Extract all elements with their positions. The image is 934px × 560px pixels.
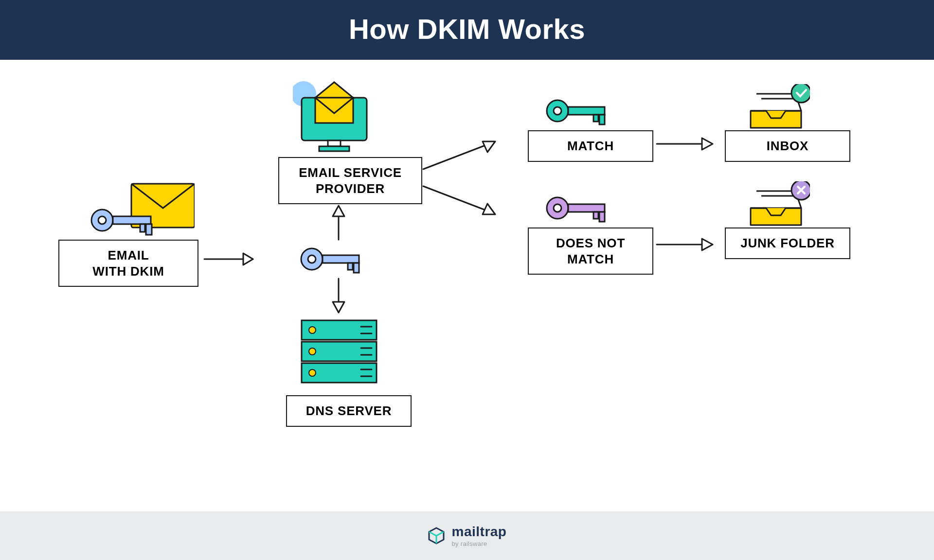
svg-marker-46 <box>333 206 344 216</box>
footer-brand-byline: by railsware <box>452 541 507 547</box>
footer-brand-name: mailtrap <box>452 525 507 539</box>
svg-marker-52 <box>483 204 495 214</box>
svg-line-51 <box>423 186 486 210</box>
svg-line-49 <box>423 145 486 169</box>
svg-marker-44 <box>243 253 253 265</box>
diagram-title: How DKIM Works <box>0 0 934 60</box>
arrows-layer <box>0 60 934 488</box>
arrow-esp-to-match <box>423 141 495 169</box>
svg-marker-48 <box>333 302 344 313</box>
arrow-nomatch-to-junk <box>657 239 713 250</box>
arrow-key-to-dns <box>333 279 344 313</box>
diagram-canvas: EMAIL WITH DKIM EMAIL SERVICE PROVIDER <box>0 60 934 488</box>
mailtrap-logo-icon <box>428 527 445 544</box>
svg-marker-56 <box>702 239 713 250</box>
arrow-email-to-esp <box>204 253 253 265</box>
svg-marker-54 <box>702 138 713 150</box>
svg-marker-50 <box>483 141 495 152</box>
arrow-key-to-esp <box>333 206 344 240</box>
footer: mailtrap by railsware <box>0 511 934 560</box>
arrow-match-to-inbox <box>657 138 713 150</box>
arrow-esp-to-nomatch <box>423 186 495 214</box>
